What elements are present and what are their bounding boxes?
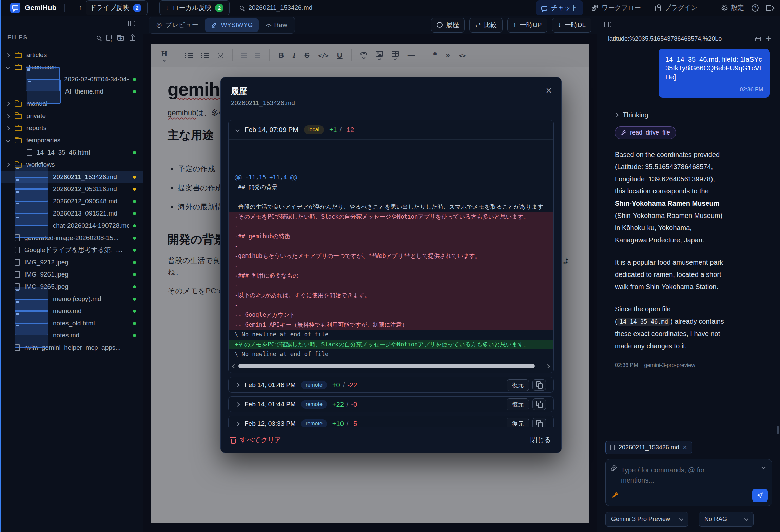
clear-all-button[interactable]: すべてクリア <box>231 435 281 445</box>
tree-row[interactable]: Googleドライブを思考する第二... <box>0 244 143 256</box>
copy-button[interactable] <box>532 398 546 410</box>
tools-icon[interactable] <box>611 492 619 499</box>
tree-row[interactable]: 14_14_35_46.html <box>0 146 143 159</box>
history-entry-header[interactable]: Feb 14, 07:09 PM local +1 / -12 <box>229 120 553 139</box>
tree-row[interactable]: 2026-02-08T04-34-04-AIが... <box>0 73 143 85</box>
diff-line: - <box>229 300 553 310</box>
tree-row[interactable]: articles <box>0 49 143 61</box>
history-button[interactable]: 履歴 <box>431 18 465 33</box>
removed-count: -0 <box>351 401 357 408</box>
file-name: IMG_9212.jpeg <box>24 259 69 266</box>
file-name: 14_14_35_46.html <box>37 149 90 156</box>
thinking-toggle[interactable]: Thinking <box>615 111 770 119</box>
history-entry-header[interactable]: Feb 14, 01:46 PM remote +0 / -22 復元 <box>229 377 553 392</box>
file-tree: articles discussion 2026-02-08T04-34-04-… <box>0 46 143 356</box>
copy-button[interactable] <box>532 379 546 391</box>
tab-preview[interactable]: プレビュー <box>150 18 204 32</box>
new-chat-icon[interactable] <box>766 35 771 43</box>
tree-row[interactable]: discussion <box>0 61 143 73</box>
close-icon[interactable]: × <box>546 87 552 94</box>
history-modal: 履歴 20260211_153426.md × Feb 14, 07:09 PM… <box>220 77 562 453</box>
diff-line: ## 開発の背景 <box>229 182 553 192</box>
file-search-icon[interactable] <box>97 36 101 40</box>
send-button[interactable] <box>752 489 768 502</box>
rag-select[interactable]: No RAG <box>699 512 754 527</box>
tree-chevron-icon <box>6 65 10 69</box>
tree-row[interactable]: reports <box>0 122 143 134</box>
tree-row[interactable]: IMG_9261.jpeg <box>0 268 143 281</box>
editor-actions: 履歴 比較 一時UP 一時DL <box>431 18 591 33</box>
attach-file-icon[interactable] <box>610 465 617 472</box>
local-sync-button[interactable]: ローカル反映 2 <box>159 0 230 15</box>
sync-status-dot <box>133 249 136 252</box>
compare-button[interactable]: 比較 <box>469 18 503 33</box>
top-nav: チャット ワークフロー プラグイン 設定 <box>536 0 771 15</box>
up-arrow-icon <box>513 21 516 29</box>
remove-attachment-icon[interactable]: × <box>683 444 687 451</box>
collapse-chat-panel-icon[interactable] <box>604 22 611 27</box>
tab-wysiwyg[interactable]: WYSIWYG <box>205 18 259 32</box>
diff-horizontal-scrollbar[interactable] <box>233 363 549 369</box>
help-icon[interactable] <box>752 4 759 12</box>
new-file-icon[interactable] <box>106 35 112 41</box>
tree-row[interactable]: IMG_9212.jpeg <box>0 256 143 268</box>
temp-download-button[interactable]: 一時DL <box>552 18 591 33</box>
chat-scrollbar-thumb[interactable] <box>777 426 779 434</box>
tool-call-chip[interactable]: read_drive_file <box>615 126 676 139</box>
scroll-left-icon[interactable] <box>232 364 236 368</box>
history-entry-header[interactable]: Feb 12, 03:33 PM remote +10 / -5 復元 <box>229 416 553 427</box>
restore-button[interactable]: 復元 <box>507 398 529 410</box>
global-search[interactable]: 20260211_153426.md <box>240 4 312 12</box>
file-type-icon <box>27 79 61 104</box>
diff-line: -## gemihubの特徴 <box>229 231 553 241</box>
file-type-icon <box>15 247 20 253</box>
temp-upload-button[interactable]: 一時UP <box>507 18 547 33</box>
nav-chat[interactable]: チャット <box>536 0 583 15</box>
sync-status-dot <box>133 310 136 313</box>
file-type-icon <box>15 344 20 351</box>
entry-date: Feb 12, 03:33 PM <box>245 420 296 427</box>
sync-status-dot <box>133 188 136 191</box>
scrollbar-thumb[interactable] <box>238 364 535 368</box>
restore-button[interactable]: 復元 <box>507 379 529 391</box>
gemihub-logo <box>10 3 20 13</box>
tree-row[interactable]: AI_theme.md <box>0 85 143 98</box>
chat-input[interactable]: Type / for commands, @ for mentions... <box>605 459 772 506</box>
model-select[interactable]: Gemini 3 Pro Preview <box>605 512 688 527</box>
tab-raw[interactable]: Raw <box>259 18 293 32</box>
upload-file-icon[interactable] <box>130 40 135 41</box>
copy-button[interactable] <box>532 418 546 427</box>
drive-sync-button[interactable]: ドライブ反映 2 <box>73 0 153 18</box>
print-icon[interactable] <box>755 38 761 41</box>
file-type-icon <box>15 114 22 119</box>
nav-settings[interactable]: 設定 <box>720 3 744 12</box>
file-type-icon <box>27 149 32 156</box>
new-folder-icon[interactable] <box>117 36 124 41</box>
entry-source-badge: remote <box>301 381 327 389</box>
history-entry-header[interactable]: Feb 14, 01:44 PM remote +22 / -0 復元 <box>229 397 553 412</box>
file-name: 20260212_053116.md <box>53 185 117 193</box>
sync-status-dot <box>133 176 136 179</box>
diff-line <box>229 192 553 202</box>
scroll-right-icon[interactable] <box>546 364 550 368</box>
local-sync-label: ローカル反映 <box>172 3 211 12</box>
logout-icon[interactable] <box>766 5 771 11</box>
tree-row[interactable]: temporaries <box>0 134 143 146</box>
nav-workflow[interactable]: ワークフロー <box>586 0 646 15</box>
tree-row[interactable]: chat-20260214-190728.md <box>0 220 143 232</box>
collapse-sidebar-icon[interactable] <box>128 21 135 26</box>
attached-file-chip[interactable]: 20260211_153426.md × <box>605 441 692 454</box>
file-name: IMG_9261.jpeg <box>24 271 69 278</box>
tree-row[interactable]: notes.md <box>0 329 143 342</box>
nav-plugins[interactable]: プラグイン <box>650 0 703 15</box>
tree-row[interactable]: private <box>0 110 143 122</box>
close-modal-button[interactable]: 閉じる <box>530 435 551 445</box>
sync-status-dot <box>133 151 136 154</box>
tree-chevron-icon <box>6 53 10 57</box>
tree-chevron-icon <box>6 163 10 167</box>
tree-row[interactable]: manual <box>0 98 143 110</box>
restore-button[interactable]: 復元 <box>507 418 529 427</box>
chevron-right-icon <box>235 383 240 387</box>
entry-source-badge: local <box>304 125 324 134</box>
tree-chevron-icon <box>6 126 10 130</box>
